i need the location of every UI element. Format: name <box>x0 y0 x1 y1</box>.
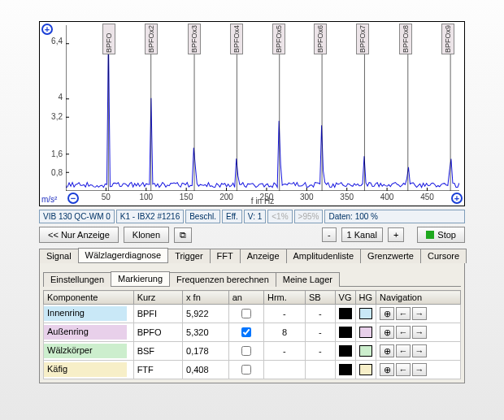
x-tick: 200 <box>219 193 233 201</box>
y-tick: 4 <box>58 93 63 102</box>
cell-hrm: - <box>264 342 306 361</box>
nav-right-button[interactable]: → <box>412 326 427 339</box>
status-bar: VIB 130 QC-WM 0 K1 - IBX2 #1216 Beschl. … <box>39 210 465 223</box>
status-value: Eff. <box>222 210 242 223</box>
an-checkbox[interactable] <box>241 365 251 375</box>
channel-plus-button[interactable]: + <box>388 227 404 242</box>
display-only-button[interactable]: << Nur Anzeige <box>39 227 119 243</box>
harmonic-marker: BPFOx6 <box>314 24 327 54</box>
y-tick: 0,8 <box>51 167 63 176</box>
col-an: an <box>228 291 263 305</box>
status-lt1: <1% <box>267 210 292 223</box>
cell-komponente: Außenring <box>44 323 134 342</box>
harmonic-marker: BPFOx9 <box>441 24 454 54</box>
status-gt95: >95% <box>294 210 324 223</box>
stop-button[interactable]: Stop <box>417 227 465 243</box>
nav-left-button[interactable]: ← <box>396 307 411 320</box>
an-checkbox[interactable] <box>241 346 251 356</box>
cell-nav[interactable]: ⊕←→ <box>376 342 461 361</box>
x-tick: 400 <box>380 193 394 201</box>
cell-hg[interactable] <box>355 342 376 361</box>
cell-nav[interactable]: ⊕←→ <box>376 361 461 379</box>
cell-xfn: 5,922 <box>183 305 229 323</box>
tab-trigger[interactable]: Trigger <box>167 249 210 263</box>
tab-amplitudenliste[interactable]: Amplitudenliste <box>286 249 362 263</box>
copy-button[interactable]: ⧉ <box>174 227 192 243</box>
tab-w-lzlagerdiagnose[interactable]: Wälzlagerdiagnose <box>78 248 169 262</box>
copy-icon: ⧉ <box>180 230 186 240</box>
table-row[interactable]: KäfigFTF0,408⊕←→ <box>44 361 461 379</box>
nav-right-button[interactable]: → <box>412 344 427 357</box>
nav-left-button[interactable]: ← <box>396 363 411 376</box>
cell-an[interactable] <box>228 342 263 361</box>
table-row[interactable]: InnenringBPFI5,922--⊕←→ <box>44 305 461 323</box>
nav-right-button[interactable]: → <box>412 307 427 320</box>
table-row[interactable]: AußenringBPFO5,3208-⊕←→ <box>44 323 461 342</box>
cell-an[interactable] <box>228 323 263 342</box>
cell-vg[interactable] <box>335 305 355 323</box>
cell-hg[interactable] <box>355 323 376 342</box>
nav-left-button[interactable]: ← <box>396 344 411 357</box>
y-axis: 0,81,63,246,4 <box>40 22 66 191</box>
an-checkbox[interactable] <box>241 327 251 337</box>
spectrum-chart: + − + m/s² 0,81,63,246,4 f in Hz 5010015… <box>39 21 465 206</box>
sub-tabs: EinstellungenMarkierungFrequenzen berech… <box>43 271 461 287</box>
harmonic-marker: BPFOx8 <box>399 24 412 54</box>
subtab-markierung[interactable]: Markierung <box>111 271 170 286</box>
tab-fft[interactable]: FFT <box>210 249 241 263</box>
tab-anzeige[interactable]: Anzeige <box>240 249 287 263</box>
cell-komponente: Käfig <box>44 361 134 379</box>
main-tabs: SignalWälzlagerdiagnoseTriggerFFTAnzeige… <box>39 248 465 263</box>
x-tick: 150 <box>180 193 193 201</box>
col-komponente: Komponente <box>44 291 134 305</box>
y-tick: 3,2 <box>51 111 63 120</box>
cell-vg[interactable] <box>335 361 355 379</box>
nav-globe-button[interactable]: ⊕ <box>380 363 394 376</box>
subtab-einstellungen[interactable]: Einstellungen <box>43 272 111 287</box>
clone-button[interactable]: Klonen <box>124 227 169 243</box>
status-mode: Beschl. <box>185 210 220 223</box>
y-tick: 6,4 <box>51 37 63 45</box>
nav-globe-button[interactable]: ⊕ <box>380 326 394 339</box>
cell-sb <box>305 361 335 379</box>
channel-count: 1 Kanal <box>341 227 383 242</box>
status-v: V: 1 <box>244 210 266 223</box>
cell-vg[interactable] <box>335 323 355 342</box>
cell-kurz: BPFO <box>133 323 182 342</box>
subtab-frequenzen-berechnen[interactable]: Frequenzen berechnen <box>169 272 276 287</box>
nav-left-button[interactable]: ← <box>396 326 411 339</box>
subtab-meine-lager[interactable]: Meine Lager <box>276 272 340 287</box>
cell-xfn: 0,408 <box>183 361 229 379</box>
col-hrm.: Hrm. <box>264 291 306 305</box>
x-tick: 100 <box>139 193 153 201</box>
status-device: VIB 130 QC-WM 0 <box>39 210 115 223</box>
tab-signal[interactable]: Signal <box>39 249 79 263</box>
col-navigation: Navigation <box>376 291 461 305</box>
tab-cursore[interactable]: Cursore <box>420 249 467 263</box>
status-channel: K1 - IBX2 #1216 <box>116 210 184 223</box>
x-tick: 250 <box>260 193 274 201</box>
cell-hg[interactable] <box>355 305 376 323</box>
cell-an[interactable] <box>228 361 263 379</box>
nav-globe-button[interactable]: ⊕ <box>380 344 394 357</box>
cell-an[interactable] <box>228 305 263 323</box>
cell-vg[interactable] <box>335 342 355 361</box>
cell-sb: - <box>305 305 335 323</box>
tab-grenzwerte[interactable]: Grenzwerte <box>360 249 421 263</box>
col-x fn: x fn <box>183 291 229 305</box>
channel-minus-button[interactable]: - <box>322 227 337 242</box>
an-checkbox[interactable] <box>241 309 251 318</box>
nav-globe-button[interactable]: ⊕ <box>380 307 394 320</box>
cell-hg[interactable] <box>355 361 376 379</box>
x-tick: 450 <box>420 193 434 201</box>
cell-nav[interactable]: ⊕←→ <box>376 323 461 342</box>
harmonic-marker: BPFOx2 <box>145 24 158 54</box>
nav-right-button[interactable]: → <box>412 363 427 376</box>
harmonic-marker: BPFO <box>102 24 115 54</box>
harmonic-marker: BPFOx7 <box>356 24 369 54</box>
cell-nav[interactable]: ⊕←→ <box>376 305 461 323</box>
table-row[interactable]: WälzkörperBSF0,178--⊕←→ <box>44 342 461 361</box>
harmonic-marker: BPFOx5 <box>272 24 285 54</box>
x-tick: 50 <box>102 193 111 201</box>
harmonic-marker: BPFOx4 <box>230 24 243 54</box>
